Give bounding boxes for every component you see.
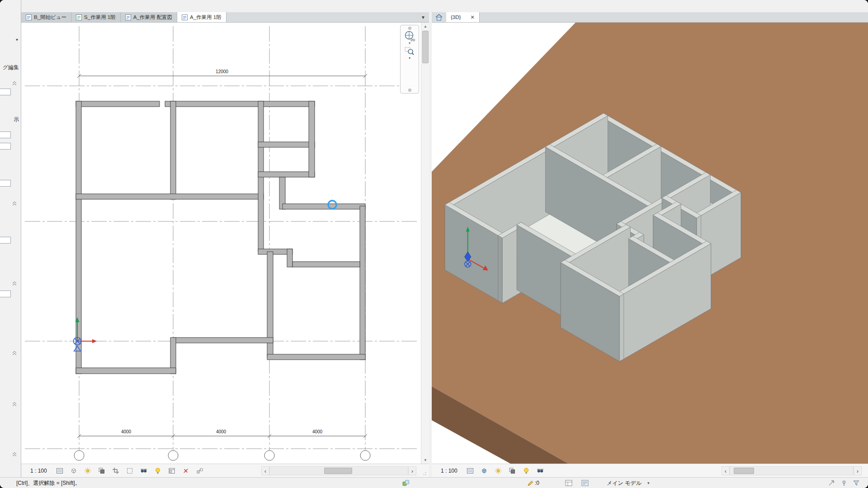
scale-control[interactable]: 1 : 100 <box>28 467 50 475</box>
tab-start-view[interactable]: B_開始ビュー <box>21 12 71 22</box>
scroll-right-button[interactable]: › <box>854 466 862 475</box>
scrollbar-thumb[interactable] <box>422 31 429 63</box>
dimension-bay[interactable]: 4000 <box>216 429 226 434</box>
scrollbar-track[interactable] <box>269 466 408 475</box>
grid-bubble[interactable] <box>360 450 370 460</box>
status-bar: [Ctrl]、選択解除 = [Shift]。 :0 メイン モデル ▾ <box>0 477 868 488</box>
pin-icon[interactable] <box>841 480 847 488</box>
dropdown-caret-icon[interactable]: ▾ <box>16 37 18 42</box>
clipped-input-field[interactable] <box>0 180 11 187</box>
dimension-bay[interactable]: 4000 <box>121 429 132 434</box>
tab-a-floor-plan-active[interactable]: A_作業用 1階 <box>177 12 226 22</box>
zoom-region-icon <box>404 46 415 56</box>
shadows-icon[interactable] <box>98 467 106 475</box>
clipped-input-field[interactable] <box>0 291 11 297</box>
scroll-up-button[interactable]: ▲ <box>421 23 429 30</box>
scroll-right-button[interactable]: › <box>408 466 416 475</box>
home-view-button[interactable] <box>432 12 446 22</box>
scrollbar-thumb[interactable] <box>734 468 754 474</box>
collapse-chevron-icon[interactable] <box>12 200 17 208</box>
main-model-icon[interactable] <box>581 480 589 488</box>
navbar-customize-icon[interactable] <box>408 89 411 92</box>
tab-overflow-caret-icon[interactable]: ▼ <box>417 15 429 20</box>
plan-view-canvas[interactable]: 12000 4000 4000 4000 <box>21 23 421 464</box>
scrollbar-thumb[interactable] <box>324 468 352 474</box>
tab-3d-view-active[interactable]: {3D} ✕ <box>446 12 480 22</box>
temporary-view-properties-icon[interactable] <box>168 467 176 475</box>
temporary-hide-isolate-icon[interactable] <box>140 467 148 475</box>
analytical-model-icon[interactable] <box>182 467 190 475</box>
horizontal-scrollbar[interactable]: ‹ › <box>261 466 416 475</box>
clipped-input-field[interactable] <box>0 89 11 95</box>
shadows-icon[interactable] <box>508 467 516 475</box>
visual-style-icon[interactable] <box>70 467 78 475</box>
pencil-icon <box>527 480 533 486</box>
reveal-hidden-elements-icon[interactable] <box>154 467 162 475</box>
crop-view-icon[interactable] <box>112 467 120 475</box>
grid-bubbles <box>74 450 370 460</box>
horizontal-scrollbar[interactable]: ‹ › <box>722 466 862 475</box>
editing-requests-control[interactable]: :0 <box>527 480 539 486</box>
detail-level-icon[interactable] <box>56 467 64 475</box>
worksharing-icon[interactable] <box>402 480 410 488</box>
panel-edit-label: グ編集 <box>3 64 19 71</box>
scale-control[interactable]: 1 : 100 <box>438 467 460 475</box>
resize-grip-icon[interactable]: .: <box>423 470 427 476</box>
collapse-chevron-icon[interactable] <box>12 400 17 408</box>
zoom-button[interactable]: ▾ <box>404 46 415 60</box>
design-option-select[interactable]: メイン モデル <box>607 479 642 487</box>
collapse-chevron-icon[interactable] <box>12 80 17 88</box>
clipped-input-field[interactable] <box>0 143 11 150</box>
sun-path-icon[interactable] <box>84 467 92 475</box>
design-options-icon[interactable] <box>565 480 572 488</box>
plan-walls <box>76 101 365 374</box>
collapse-chevron-icon[interactable] <box>12 349 17 357</box>
vertical-scrollbar[interactable]: ▲ ▼ <box>421 23 429 464</box>
floor-plan-drawing: 12000 4000 4000 4000 <box>21 23 421 464</box>
sun-path-icon[interactable] <box>494 467 502 475</box>
grid-bubble[interactable] <box>168 450 178 460</box>
scroll-left-button[interactable]: ‹ <box>261 466 269 475</box>
view-type-icon <box>26 14 32 20</box>
caret-down-icon[interactable]: ▾ <box>647 481 650 485</box>
tab-a-site-plan[interactable]: A_作業用 配置図 <box>121 12 177 22</box>
navbar-customize-icon[interactable] <box>408 27 411 30</box>
selection-filter-icon[interactable] <box>853 480 860 488</box>
scrollbar-track[interactable] <box>730 466 854 475</box>
temporary-hide-isolate-icon[interactable] <box>536 467 544 475</box>
displacement-sets-icon[interactable] <box>196 467 204 475</box>
3d-view-window: {3D} ✕ 1 : 100 <box>432 12 868 477</box>
view-type-icon <box>182 14 188 20</box>
collapse-chevron-icon[interactable] <box>12 280 17 288</box>
panel-show-label: 示 <box>14 116 19 123</box>
view-tab-bar: B_開始ビュー S_作業用 1階 A_作業用 配置図 A_作業用 1階 ▼ <box>21 12 429 23</box>
tab-label: A_作業用 1階 <box>190 14 222 21</box>
detail-level-icon[interactable] <box>466 467 474 475</box>
show-crop-region-icon[interactable] <box>126 467 134 475</box>
3d-view-canvas[interactable] <box>432 23 868 464</box>
revit-application-window: ▾ グ編集 示 B_開始ビュー <box>0 0 868 488</box>
clipped-input-field[interactable] <box>0 237 11 244</box>
tab-s-work-plan[interactable]: S_作業用 1階 <box>71 12 121 22</box>
collapse-chevron-icon[interactable] <box>12 450 17 459</box>
view-control-bar-3d: 1 : 100 ‹ › <box>432 464 868 477</box>
grid-bubble[interactable] <box>74 450 84 460</box>
dimension-total[interactable]: 12000 <box>216 69 228 74</box>
reveal-hidden-elements-icon[interactable] <box>522 467 530 475</box>
caret-down-icon[interactable]: ▾ <box>409 56 410 60</box>
clipped-input-field[interactable] <box>0 131 11 138</box>
dimension-bay[interactable]: 4000 <box>312 429 323 434</box>
caret-down-icon[interactable]: ▾ <box>409 42 410 45</box>
view-control-bar: 1 : 100 <box>21 464 429 477</box>
select-links-icon[interactable] <box>828 480 835 488</box>
steering-wheel-button[interactable]: 2D ▾ <box>404 31 415 45</box>
3d-model-drawing <box>432 23 868 464</box>
scroll-down-button[interactable]: ▼ <box>421 456 429 464</box>
scroll-left-button[interactable]: ‹ <box>722 466 730 475</box>
grid-bubble[interactable] <box>264 450 274 460</box>
status-hint: [Ctrl]、選択解除 = [Shift]。 <box>16 479 80 487</box>
visual-style-icon[interactable] <box>480 467 488 475</box>
view-type-icon <box>76 14 82 20</box>
close-view-icon[interactable]: ✕ <box>470 14 474 20</box>
editing-requests-count: :0 <box>535 480 539 486</box>
